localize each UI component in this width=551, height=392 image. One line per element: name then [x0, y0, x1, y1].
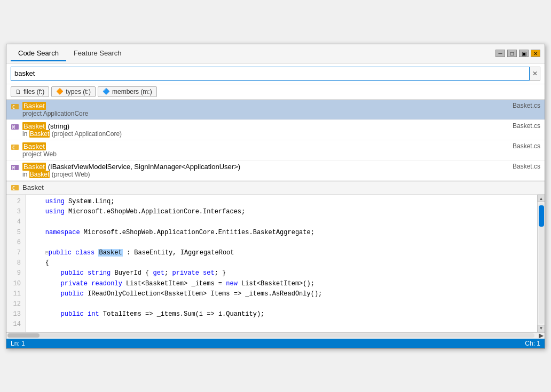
result-item[interactable]: C Basket project ApplicationCore Basket.…	[6, 100, 545, 120]
result-title-highlight: Basket	[22, 122, 46, 130]
subtitle-highlight: Basket	[29, 130, 50, 138]
result-file: Basket.cs	[504, 122, 540, 130]
result-item[interactable]: M Basket(string) in Basket (project Appl…	[6, 120, 545, 140]
code-header-label: Basket	[22, 183, 44, 191]
filter-members-label: members (m:)	[112, 88, 152, 95]
h-scroll-track[interactable]	[7, 333, 534, 338]
search-bar: ✕	[6, 63, 545, 84]
svg-text:C: C	[12, 186, 15, 191]
svg-text:C: C	[12, 105, 15, 110]
result-file: Basket.cs	[504, 163, 540, 170]
svg-text:M: M	[12, 166, 15, 171]
filter-types-button[interactable]: 🔶 types (t:)	[51, 86, 96, 97]
result-item[interactable]: M Basket(IBasketViewModelService, SignIn…	[6, 161, 545, 181]
result-title-highlight: Basket	[22, 102, 46, 110]
filter-members-button[interactable]: 🔷 members (m:)	[98, 86, 157, 97]
scroll-track[interactable]	[539, 203, 544, 323]
horizontal-scrollbar[interactable]: ▶	[6, 332, 545, 339]
code-body[interactable]: 2 3 4 5 6 7 8 9 10 11 12 13 14 using Sys…	[6, 195, 545, 332]
line-numbers: 2 3 4 5 6 7 8 9 10 11 12 13 14	[6, 195, 26, 332]
filter-files-label: files (f:)	[23, 88, 44, 95]
result-title-highlight: Basket	[22, 163, 46, 171]
svg-text:M: M	[12, 125, 15, 130]
result-title: Basket	[22, 142, 504, 150]
status-ln: Ln: 1	[11, 340, 25, 347]
result-content: Basket project ApplicationCore	[22, 102, 504, 117]
code-header-icon: C	[11, 183, 19, 193]
restore-button[interactable]: □	[507, 50, 517, 57]
minimize-button[interactable]: ─	[495, 50, 505, 57]
result-title-text: (IBasketViewModelService, SignInManager<…	[48, 163, 240, 171]
result-subtitle: project Web	[22, 150, 504, 158]
result-title-text: (string)	[48, 122, 69, 130]
result-subtitle: in Basket (project Web)	[22, 171, 504, 178]
scroll-thumb[interactable]	[539, 205, 544, 227]
types-icon: 🔶	[56, 88, 64, 95]
class-icon: C	[11, 102, 19, 113]
status-bar: Ln: 1 Ch: 1	[6, 339, 545, 348]
window-controls: ─ □ ▣ ✕	[495, 50, 540, 57]
members-icon: 🔷	[103, 88, 110, 95]
result-subtitle: project ApplicationCore	[22, 110, 504, 117]
filter-types-label: types (t:)	[66, 88, 91, 95]
vertical-scrollbar[interactable]: ▲ ▼	[537, 195, 545, 332]
tab-code-search[interactable]: Code Search	[11, 46, 66, 61]
search-input[interactable]	[11, 67, 530, 81]
class-icon: C	[11, 143, 19, 153]
result-content: Basket(IBasketViewModelService, SignInMa…	[22, 163, 504, 178]
svg-text:C: C	[12, 146, 15, 150]
clear-button[interactable]: ✕	[530, 67, 540, 81]
code-panel: C Basket 2 3 4 5 6 7 8 9 10 11 12 13 14	[6, 181, 545, 348]
member-icon: M	[11, 163, 19, 173]
result-title-highlight: Basket	[22, 142, 46, 150]
member-icon: M	[11, 123, 19, 133]
code-header: C Basket	[6, 181, 545, 195]
filter-bar: 🗋 files (f:) 🔶 types (t:) 🔷 members (m:)	[6, 84, 545, 100]
pin-button[interactable]: ▣	[519, 50, 529, 57]
tab-feature-search[interactable]: Feature Search	[66, 46, 129, 61]
results-panel: C Basket project ApplicationCore Basket.…	[6, 100, 545, 181]
status-ch: Ch: 1	[525, 340, 540, 347]
code-content: using System.Linq; using Microsoft.eShop…	[26, 195, 537, 332]
h-scroll-thumb[interactable]	[7, 333, 40, 338]
result-file: Basket.cs	[504, 102, 540, 109]
files-icon: 🗋	[15, 89, 21, 95]
result-file: Basket.cs	[504, 142, 540, 150]
subtitle-highlight: Basket	[29, 171, 50, 178]
result-title: Basket(string)	[22, 122, 504, 130]
scroll-up-button[interactable]: ▲	[538, 195, 545, 202]
result-content: Basket project Web	[22, 142, 504, 158]
filter-files-button[interactable]: 🗋 files (f:)	[11, 86, 49, 97]
scroll-down-button[interactable]: ▼	[538, 325, 545, 332]
result-title: Basket(IBasketViewModelService, SignInMa…	[22, 163, 504, 171]
close-button[interactable]: ✕	[531, 50, 540, 57]
result-content: Basket(string) in Basket (project Applic…	[22, 122, 504, 138]
main-window: Code Search Feature Search ─ □ ▣ ✕ ✕ 🗋 f…	[6, 44, 545, 349]
title-bar: Code Search Feature Search ─ □ ▣ ✕	[6, 44, 545, 63]
result-subtitle: in Basket (project ApplicationCore)	[22, 130, 504, 138]
result-title: Basket	[22, 102, 504, 110]
result-item[interactable]: C Basket project Web Basket.cs	[6, 140, 545, 161]
